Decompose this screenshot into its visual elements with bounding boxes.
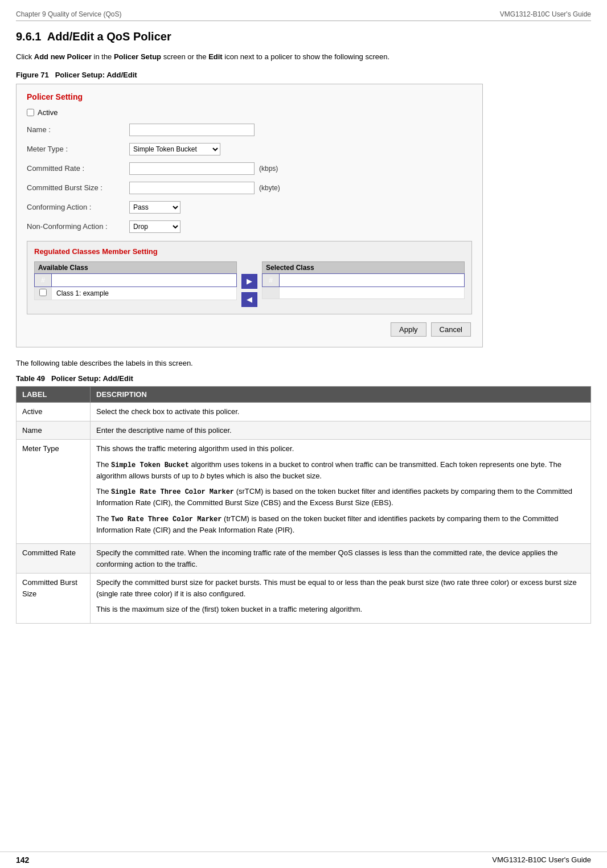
- table-cell-metertype-label: Meter Type: [17, 440, 91, 544]
- table-cell-active-desc: Select the check box to activate this po…: [91, 403, 591, 421]
- committed-rate-unit: (kbps): [259, 165, 278, 173]
- move-left-button[interactable]: ◀: [241, 292, 257, 307]
- table-row-committedrate: Committed Rate Specify the committed rat…: [17, 544, 591, 574]
- chapter-header-right: VMG1312-B10C User's Guide: [500, 10, 591, 18]
- available-class-table: # Class Name Class 1: example: [34, 273, 237, 300]
- active-label: Active: [38, 108, 58, 117]
- selected-col-hash: #: [263, 273, 280, 286]
- chapter-header: Chapter 9 Quality of Service (QoS) VMG13…: [16, 10, 591, 21]
- committed-burst-row: Committed Burst Size : (kbyte): [27, 181, 472, 195]
- table-label: Table 49 Policer Setup: Add/Edit: [16, 374, 591, 383]
- nonconforming-select[interactable]: Pass Drop: [129, 220, 181, 233]
- available-class-checkbox[interactable]: [39, 289, 47, 296]
- regulated-classes-title: Regulated Classes Member Setting: [34, 247, 465, 256]
- meter-type-row: Meter Type : Simple Token Bucket Single …: [27, 142, 472, 157]
- desc-col-label: LABEL: [17, 387, 91, 403]
- footer-bar: 142 VMG1312-B10C User's Guide: [0, 851, 607, 868]
- chapter-header-left: Chapter 9 Quality of Service (QoS): [16, 10, 121, 18]
- desc-table: LABEL DESCRIPTION Active Select the chec…: [16, 386, 591, 624]
- table-cell-active-label: Active: [17, 403, 91, 421]
- footer-product: VMG1312-B10C User's Guide: [492, 855, 591, 865]
- available-class-name: Class 1: example: [52, 286, 237, 300]
- table-row-active: Active Select the check box to activate …: [17, 403, 591, 421]
- conforming-row: Conforming Action : Pass Drop: [27, 200, 472, 215]
- table-cell-committedrate-label: Committed Rate: [17, 544, 91, 574]
- bottom-buttons: Apply Cancel: [27, 322, 472, 337]
- committed-burst-label: Committed Burst Size :: [27, 183, 129, 192]
- committed-burst-input[interactable]: [129, 182, 255, 194]
- name-label: Name :: [27, 125, 129, 134]
- selected-col-classname: Class Name: [280, 273, 465, 286]
- available-class-row[interactable]: Class 1: example: [35, 286, 237, 300]
- following-text: The following table describes the labels…: [16, 358, 591, 369]
- available-col-classname: Class Name: [52, 273, 237, 286]
- apply-button[interactable]: Apply: [391, 322, 426, 337]
- committed-rate-label: Committed Rate :: [27, 164, 129, 173]
- class-tables-row: Available Class # Class Name Class 1: ex: [34, 261, 465, 307]
- active-checkbox[interactable]: [27, 109, 34, 116]
- policer-setting-box: Policer Setting Active Name : Meter Type…: [16, 84, 483, 347]
- transfer-buttons: ▶ ◀: [241, 261, 257, 307]
- conforming-label: Conforming Action :: [27, 203, 129, 211]
- policer-setting-title: Policer Setting: [27, 92, 472, 101]
- active-row: Active: [27, 108, 472, 117]
- selected-class-label: Selected Class: [262, 261, 465, 273]
- selected-class-empty-row: [263, 286, 465, 298]
- available-class-wrapper: Available Class # Class Name Class 1: ex: [34, 261, 237, 300]
- selected-class-wrapper: Selected Class # Class Name: [262, 261, 465, 299]
- table-row-name: Name Enter the descriptive name of this …: [17, 421, 591, 440]
- committed-burst-unit: (kbyte): [259, 184, 280, 192]
- table-cell-committedrate-desc: Specify the committed rate. When the inc…: [91, 544, 591, 574]
- conforming-select[interactable]: Pass Drop: [129, 201, 181, 214]
- figure-label: Figure 71 Policer Setup: Add/Edit: [16, 71, 591, 79]
- move-right-button[interactable]: ▶: [241, 274, 257, 289]
- page-number: 142: [16, 855, 29, 865]
- table-row-metertype: Meter Type This shows the traffic meteri…: [17, 440, 591, 544]
- desc-col-desc: DESCRIPTION: [91, 387, 591, 403]
- regulated-classes-box: Regulated Classes Member Setting Availab…: [27, 241, 472, 314]
- table-row-committedburst: Committed Burst Size Specify the committ…: [17, 574, 591, 624]
- table-cell-committedburst-label: Committed Burst Size: [17, 574, 91, 624]
- intro-text: Click Add new Policer in the Policer Set…: [16, 51, 591, 63]
- table-cell-committedburst-desc: Specify the committed burst size for pac…: [91, 574, 591, 624]
- name-row: Name :: [27, 122, 472, 137]
- nonconforming-label: Non-Conforming Action :: [27, 222, 129, 231]
- table-cell-metertype-desc: This shows the traffic metering algorith…: [91, 440, 591, 544]
- available-class-label: Available Class: [34, 261, 237, 273]
- selected-class-table: # Class Name: [262, 273, 465, 299]
- name-input[interactable]: [129, 124, 255, 136]
- section-title: 9.6.1 Add/Edit a QoS Policer: [16, 30, 591, 43]
- available-class-checkbox-cell[interactable]: [35, 286, 52, 300]
- table-cell-name-desc: Enter the descriptive name of this polic…: [91, 421, 591, 440]
- nonconforming-row: Non-Conforming Action : Pass Drop: [27, 219, 472, 234]
- table-cell-name-label: Name: [17, 421, 91, 440]
- committed-rate-row: Committed Rate : (kbps): [27, 161, 472, 176]
- available-col-hash: #: [35, 273, 52, 286]
- meter-type-select[interactable]: Simple Token Bucket Single Rate Three Co…: [129, 143, 220, 155]
- cancel-button[interactable]: Cancel: [431, 322, 471, 337]
- meter-type-label: Meter Type :: [27, 145, 129, 153]
- committed-rate-input[interactable]: [129, 162, 255, 175]
